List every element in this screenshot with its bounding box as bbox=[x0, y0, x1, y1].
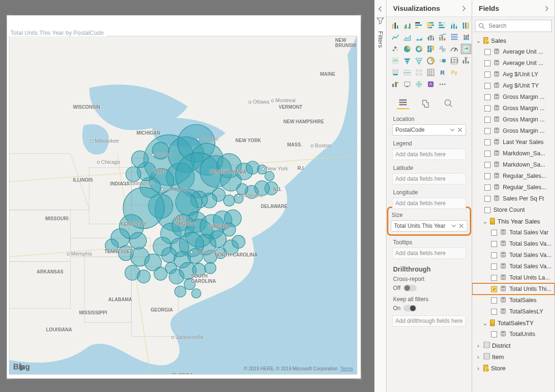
viz-thumb-17[interactable] bbox=[426, 44, 436, 54]
field-checkbox[interactable] bbox=[484, 117, 491, 123]
viz-thumb-20[interactable] bbox=[461, 44, 471, 54]
viz-thumb-37[interactable] bbox=[414, 79, 424, 89]
well-slot-legend[interactable]: Add data fields here bbox=[392, 149, 466, 160]
well-slot-latitude[interactable]: Add data fields here bbox=[392, 173, 466, 184]
fields-search[interactable] bbox=[475, 20, 552, 32]
field-row[interactable]: Total Sales Va... bbox=[472, 238, 555, 249]
viz-thumb-29[interactable] bbox=[402, 67, 412, 78]
viz-thumb-18[interactable] bbox=[437, 44, 448, 54]
chevron-down-icon[interactable] bbox=[450, 127, 455, 134]
filters-pane-collapsed[interactable]: Filters bbox=[374, 0, 386, 392]
map-bubble[interactable] bbox=[205, 263, 216, 274]
field-checkbox[interactable] bbox=[484, 162, 491, 168]
field-checkbox[interactable] bbox=[491, 230, 497, 236]
keep-filters-toggle[interactable] bbox=[403, 305, 417, 312]
chevron-right-icon[interactable] bbox=[460, 5, 467, 12]
map-bubble[interactable] bbox=[265, 171, 274, 181]
field-checkbox[interactable] bbox=[491, 286, 497, 292]
field-row[interactable]: Total Units La... bbox=[472, 272, 555, 283]
field-checkbox[interactable] bbox=[484, 72, 491, 78]
field-checkbox[interactable] bbox=[491, 297, 497, 304]
field-checkbox[interactable] bbox=[491, 264, 497, 270]
viz-thumb-5[interactable] bbox=[449, 20, 459, 31]
fields-tab[interactable] bbox=[397, 97, 409, 109]
field-row[interactable]: Average Unit ... bbox=[472, 57, 555, 69]
map-bubble[interactable] bbox=[246, 161, 259, 174]
remove-field-icon[interactable] bbox=[458, 223, 464, 230]
viz-thumb-0[interactable] bbox=[390, 20, 401, 31]
field-row[interactable]: Avg $/Unit TY bbox=[472, 80, 555, 91]
viz-thumb-1[interactable] bbox=[402, 20, 412, 31]
map-bubble[interactable] bbox=[232, 235, 245, 248]
viz-thumb-14[interactable] bbox=[390, 44, 401, 54]
map-bubble[interactable] bbox=[137, 270, 150, 283]
viz-thumb-28[interactable] bbox=[390, 67, 401, 78]
viz-thumb-3[interactable] bbox=[426, 20, 436, 31]
viz-thumb-22[interactable] bbox=[402, 56, 412, 66]
field-checkbox[interactable] bbox=[484, 83, 491, 89]
field-checkbox[interactable] bbox=[484, 151, 491, 157]
viz-thumb-15[interactable] bbox=[402, 44, 412, 54]
viz-thumb-32[interactable]: R bbox=[437, 67, 448, 78]
table-node-district[interactable]: ›District bbox=[472, 340, 555, 351]
field-row[interactable]: Avg $/Unit LY bbox=[472, 69, 555, 80]
field-row[interactable]: Sales Per Sq Ft bbox=[472, 193, 555, 204]
field-checkbox[interactable] bbox=[491, 241, 497, 247]
drillthrough-slot[interactable]: Add drillthrough fields here bbox=[392, 315, 466, 327]
chevron-right-icon[interactable] bbox=[543, 5, 550, 12]
field-row[interactable]: TotalUnits bbox=[472, 328, 555, 340]
map-canvas[interactable]: WISCONSINMICHIGANNEW YORKMASS.R.I.MAINEV… bbox=[9, 36, 357, 375]
viz-thumb-24[interactable] bbox=[426, 56, 436, 66]
format-tab[interactable] bbox=[419, 97, 432, 109]
analytics-tab[interactable] bbox=[442, 97, 454, 109]
field-row[interactable]: Total Sales Var bbox=[472, 227, 555, 238]
field-row[interactable]: Markdown_Sa... bbox=[472, 159, 555, 170]
fields-search-input[interactable] bbox=[488, 22, 555, 30]
chevron-left-icon[interactable] bbox=[377, 6, 384, 12]
field-row[interactable]: Regular_Sales... bbox=[472, 182, 555, 193]
viz-thumb-31[interactable] bbox=[426, 67, 436, 78]
field-checkbox[interactable] bbox=[484, 128, 491, 134]
cross-report-toggle[interactable] bbox=[403, 285, 417, 291]
well-slot-size[interactable]: Total Units This Year bbox=[391, 220, 467, 232]
table-node-store[interactable]: ›Store bbox=[472, 362, 555, 374]
field-row[interactable]: Markdown_Sa... bbox=[472, 148, 555, 159]
map-bubble[interactable] bbox=[175, 286, 186, 297]
field-row[interactable]: TotalSales bbox=[472, 295, 555, 306]
field-row[interactable]: Gross Margin ... bbox=[472, 125, 555, 136]
viz-thumb-21[interactable] bbox=[390, 56, 401, 66]
viz-thumb-9[interactable] bbox=[414, 32, 424, 42]
viz-thumb-39[interactable] bbox=[437, 79, 448, 89]
field-row[interactable]: Total Sales Va... bbox=[472, 261, 555, 272]
remove-field-icon[interactable] bbox=[457, 127, 463, 134]
group-node[interactable]: ⌄This Year Sales bbox=[472, 216, 555, 227]
viz-thumb-16[interactable] bbox=[414, 44, 424, 54]
viz-thumb-10[interactable] bbox=[426, 32, 436, 42]
field-checkbox[interactable] bbox=[484, 139, 491, 145]
field-checkbox[interactable] bbox=[491, 309, 497, 315]
viz-thumb-2[interactable] bbox=[414, 20, 424, 31]
well-slot-location[interactable]: PostalCode bbox=[392, 124, 466, 136]
field-checkbox[interactable] bbox=[484, 94, 491, 100]
table-node-item[interactable]: ›Item bbox=[472, 351, 555, 362]
field-row[interactable]: Average Unit ... bbox=[472, 46, 555, 57]
field-checkbox[interactable] bbox=[484, 105, 491, 112]
viz-thumb-12[interactable] bbox=[449, 32, 459, 42]
well-slot-tooltips[interactable]: Add data fields here bbox=[392, 248, 466, 259]
viz-thumb-26[interactable]: 123 bbox=[449, 56, 459, 66]
table-node-sales[interactable]: ⌄Sales bbox=[472, 35, 555, 46]
viz-thumb-23[interactable] bbox=[414, 56, 424, 66]
viz-thumb-11[interactable] bbox=[437, 32, 448, 42]
viz-thumb-4[interactable] bbox=[437, 20, 448, 31]
well-slot-longitude[interactable]: Add data fields here bbox=[392, 198, 466, 209]
field-checkbox[interactable] bbox=[484, 173, 491, 179]
field-checkbox[interactable] bbox=[484, 207, 491, 213]
field-checkbox[interactable] bbox=[484, 184, 491, 191]
field-checkbox[interactable] bbox=[491, 275, 497, 281]
viz-thumb-34[interactable] bbox=[461, 67, 471, 78]
field-checkbox[interactable] bbox=[484, 60, 491, 66]
viz-thumb-19[interactable] bbox=[449, 44, 459, 54]
map-bubble[interactable] bbox=[154, 267, 167, 280]
field-row[interactable]: Gross Margin ... bbox=[472, 114, 555, 125]
viz-thumb-13[interactable] bbox=[461, 32, 471, 42]
